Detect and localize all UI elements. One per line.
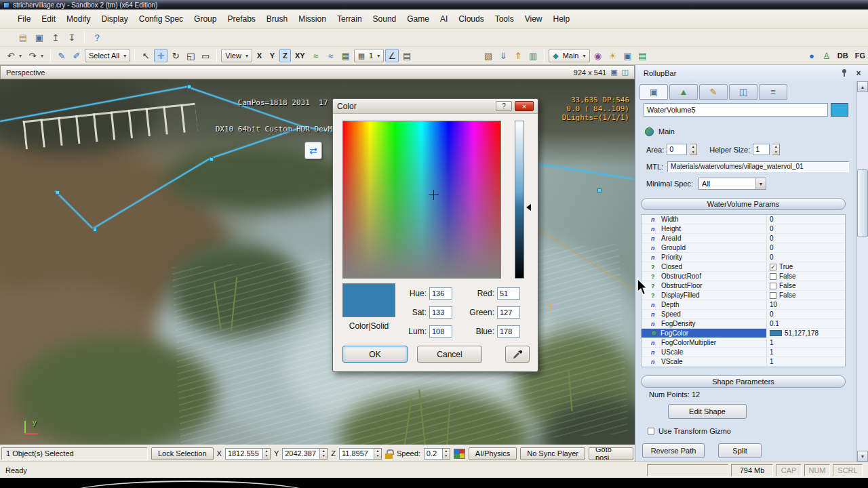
param-checkbox[interactable] bbox=[770, 292, 776, 299]
watervolume-params-header[interactable]: WaterVolume Params bbox=[641, 198, 846, 210]
rollupbar-header[interactable]: RollupBar bbox=[635, 65, 868, 81]
sat-field[interactable]: 133 bbox=[429, 306, 452, 319]
red-field[interactable]: 51 bbox=[497, 287, 520, 300]
select-icon[interactable]: ↖ bbox=[139, 49, 153, 62]
param-row-speed[interactable]: nSpeed0 bbox=[642, 310, 845, 319]
water-icon[interactable]: ≈ bbox=[324, 49, 338, 62]
param-row-groupid[interactable]: nGroupId0 bbox=[642, 243, 845, 253]
object-color-button[interactable] bbox=[831, 103, 848, 117]
speed-field[interactable]: 0.2 bbox=[424, 448, 443, 460]
use-transform-gizmo-checkbox[interactable] bbox=[648, 428, 654, 434]
reverse-path-button[interactable]: Reverse Path bbox=[642, 443, 705, 458]
maximize-viewport-icon[interactable] bbox=[610, 68, 617, 77]
tab-terrain[interactable]: ▲ bbox=[669, 84, 698, 100]
screenshot-icon[interactable]: ▣ bbox=[621, 49, 635, 62]
param-row-vscale[interactable]: nVScale1 bbox=[642, 357, 845, 367]
param-value[interactable]: 0 bbox=[770, 244, 774, 251]
export-selected-icon[interactable]: ↧ bbox=[65, 30, 79, 44]
shape-parameters-header[interactable]: Shape Parameters bbox=[641, 375, 846, 388]
object-name-input[interactable]: WaterVolume5 bbox=[644, 103, 828, 117]
undo-icon[interactable]: ↶ bbox=[4, 49, 18, 62]
param-row-obstructroof[interactable]: ?ObstructRoofFalse bbox=[642, 272, 845, 281]
param-row-fogcolormultiplier[interactable]: nFogColorMultiplier1 bbox=[642, 338, 845, 348]
lum-field[interactable]: 108 bbox=[429, 325, 452, 338]
minimal-spec-dropdown[interactable]: All bbox=[698, 178, 766, 190]
character-editor-icon[interactable]: ♙ bbox=[820, 49, 833, 62]
measurement-icon[interactable]: ▤ bbox=[636, 49, 650, 62]
main-rollup-section[interactable]: Main bbox=[645, 125, 675, 138]
axis-y-button[interactable]: Y bbox=[267, 49, 278, 62]
z-coord-field[interactable]: 11.8957 bbox=[339, 448, 374, 460]
refresh-database-icon[interactable]: ▥ bbox=[526, 49, 540, 62]
redo-icon[interactable]: ↷ bbox=[26, 49, 39, 62]
param-row-fogdensity[interactable]: nFogDensity0.1 bbox=[642, 319, 845, 329]
helper-size-spinner[interactable] bbox=[772, 144, 780, 155]
freeze-objects-icon[interactable]: ▧ bbox=[481, 49, 495, 62]
param-row-width[interactable]: nWidth0 bbox=[642, 215, 845, 224]
pin-icon[interactable] bbox=[841, 69, 848, 77]
undo-icon-dropdown-icon[interactable]: ▾ bbox=[19, 53, 24, 59]
param-row-obstructfloor[interactable]: ?ObstructFloorFalse bbox=[642, 281, 845, 291]
area-spinner[interactable] bbox=[690, 144, 697, 155]
menu-file[interactable]: File bbox=[12, 9, 36, 28]
param-value[interactable]: 0 bbox=[770, 216, 774, 223]
color-dialog-titlebar[interactable]: Color ? bbox=[333, 99, 538, 114]
panel-close-icon[interactable] bbox=[853, 68, 864, 79]
axis-z-button[interactable]: Z bbox=[279, 49, 291, 62]
param-row-height[interactable]: nHeight0 bbox=[642, 224, 845, 234]
close-button[interactable] bbox=[515, 101, 534, 111]
param-row-fogcolor[interactable]: FogColor51,127,178 bbox=[642, 329, 845, 338]
param-row-uscale[interactable]: nUScale1 bbox=[642, 348, 845, 357]
menu-group[interactable]: Group bbox=[189, 9, 222, 28]
lighting-icon[interactable]: ☀ bbox=[606, 49, 620, 62]
fog-color-swatch[interactable] bbox=[770, 330, 782, 336]
tab-objects[interactable]: ▣ bbox=[639, 84, 668, 100]
help-icon[interactable]: ? bbox=[90, 30, 104, 44]
menu-tools[interactable]: Tools bbox=[490, 9, 519, 28]
param-checkbox[interactable] bbox=[770, 273, 776, 280]
database-view-button[interactable]: DB bbox=[835, 49, 851, 62]
viewport-layout-icon[interactable] bbox=[622, 68, 629, 77]
param-value[interactable]: 1 bbox=[770, 358, 774, 365]
hue-field[interactable]: 136 bbox=[429, 287, 452, 300]
scale-icon[interactable]: ◱ bbox=[184, 49, 197, 62]
z-coord-spinner[interactable] bbox=[374, 448, 382, 460]
y-coord-spinner[interactable] bbox=[320, 448, 328, 460]
param-row-priority[interactable]: nPriority0 bbox=[642, 253, 845, 262]
param-value[interactable]: 0 bbox=[770, 310, 774, 318]
param-row-displayfilled[interactable]: ?DisplayFilledFalse bbox=[642, 291, 845, 300]
ai-physics-button[interactable]: AI/Physics bbox=[469, 447, 517, 460]
param-checkbox[interactable] bbox=[770, 283, 776, 289]
flowgraph-button[interactable]: FG bbox=[852, 49, 868, 62]
menu-display[interactable]: Display bbox=[96, 9, 133, 28]
hue-saturation-field[interactable] bbox=[342, 121, 501, 279]
menu-help[interactable]: Help bbox=[547, 9, 575, 28]
menu-sound[interactable]: Sound bbox=[368, 9, 402, 28]
tab-modelling[interactable]: ✎ bbox=[699, 84, 728, 100]
follow-terrain-icon[interactable]: ▦ bbox=[339, 49, 353, 62]
material-path-field[interactable]: Materials/watervolumes/village_watervol_… bbox=[667, 161, 849, 172]
lock-selection-button[interactable]: Lock Selection bbox=[151, 447, 214, 460]
tab-layers[interactable]: ≡ bbox=[759, 84, 787, 100]
menu-prefabs[interactable]: Prefabs bbox=[222, 9, 260, 28]
param-value[interactable]: 0 bbox=[770, 225, 774, 232]
scroll-down-icon[interactable] bbox=[857, 451, 868, 462]
menu-brush[interactable]: Brush bbox=[261, 9, 293, 28]
axis-x-button[interactable]: X bbox=[254, 49, 265, 62]
eyedropper-button[interactable] bbox=[505, 346, 530, 363]
param-value[interactable]: 0.1 bbox=[770, 320, 779, 327]
area-field[interactable]: 0 bbox=[667, 144, 687, 155]
export-to-engine-icon[interactable]: ↥ bbox=[49, 30, 62, 44]
param-value[interactable]: 0 bbox=[770, 235, 774, 242]
param-row-closed[interactable]: ?Closed✓True bbox=[642, 262, 845, 272]
perspective-viewport[interactable]: CamPos=1818 2031 17 Angl=-31 0 92 ZN=0.2… bbox=[0, 79, 635, 445]
title-bar[interactable]: strichervillage.cry - Sandbox 2 (tm) (x6… bbox=[0, 0, 868, 9]
tab-display[interactable]: ◫ bbox=[729, 84, 757, 100]
material-editor-icon[interactable]: ● bbox=[805, 49, 818, 62]
x-coord-spinner[interactable] bbox=[263, 448, 271, 460]
view-mode-dropdown[interactable]: View▾ bbox=[221, 49, 252, 62]
menu-modify[interactable]: Modify bbox=[61, 9, 96, 28]
material-icon[interactable]: ◉ bbox=[591, 49, 605, 62]
coords-lock-icon[interactable] bbox=[385, 449, 393, 459]
terrain-layers-icon[interactable] bbox=[454, 449, 465, 459]
